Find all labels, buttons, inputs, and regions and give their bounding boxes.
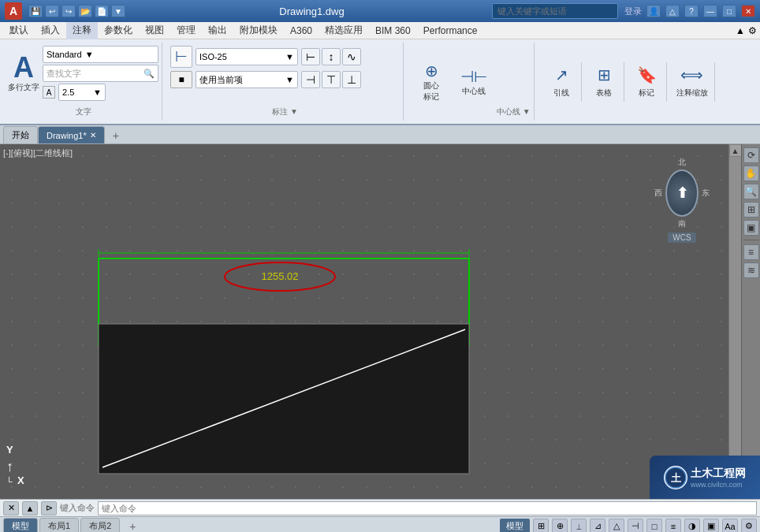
text-search-dropdown[interactable]: 查找文字 🔍 xyxy=(43,65,158,82)
minimize-button[interactable]: — xyxy=(703,5,717,17)
menu-output[interactable]: 输出 xyxy=(202,22,233,39)
user-label[interactable]: 登录 xyxy=(624,6,642,17)
cmd-expand-button[interactable]: ▲ xyxy=(22,501,38,515)
text-style-dropdown[interactable]: Standard ▼ xyxy=(43,46,158,63)
drawing-viewport[interactable]: [-][俯视][二维线框] xyxy=(0,144,728,499)
status-ducs-icon[interactable]: □ xyxy=(646,519,662,533)
centerline-button[interactable]: ⊣⊢ 中心线 xyxy=(454,46,494,117)
cmd-filter-button[interactable]: ⊳ xyxy=(41,501,57,515)
cmd-options: ⊳ xyxy=(41,501,57,515)
save-icon[interactable]: 💾 xyxy=(28,5,43,17)
command-input[interactable] xyxy=(98,501,757,515)
dim-color-dropdown[interactable]: 使用当前项 ▼ xyxy=(196,71,298,88)
vertical-scrollbar[interactable]: ▲ ▼ xyxy=(728,144,741,499)
layer-button[interactable]: ≡ xyxy=(743,244,759,260)
close-button[interactable]: ✕ xyxy=(741,5,755,17)
drawing1-tab[interactable]: Drawing1* ✕ xyxy=(38,126,105,143)
dim-section-label: 标注 ▼ xyxy=(170,103,400,117)
center-mark-icon: ⊕ xyxy=(425,61,438,80)
redo-icon[interactable]: ↪ xyxy=(61,5,76,17)
annotation-button[interactable]: 🔖 标记 xyxy=(628,62,667,102)
open-icon[interactable]: 📂 xyxy=(78,5,92,17)
status-transparency-icon[interactable]: ◑ xyxy=(684,519,700,533)
dropdown-arrow[interactable]: ▼ xyxy=(111,5,125,17)
text-size-dropdown[interactable]: 2.5 ▼ xyxy=(58,84,106,101)
drawing-canvas: 1255.02 xyxy=(0,144,728,499)
properties-button[interactable]: ≋ xyxy=(743,262,759,278)
search-input[interactable] xyxy=(492,3,618,19)
share-icon[interactable]: △ xyxy=(665,5,680,17)
command-line: ✕ ▲ ⊳ 键入命令 xyxy=(0,499,760,516)
status-otrack-icon[interactable]: ⊣ xyxy=(628,519,643,533)
menu-performance[interactable]: Performance xyxy=(417,22,484,39)
status-lineweight-icon[interactable]: ≡ xyxy=(665,519,681,533)
annotation-label: 标记 xyxy=(639,87,654,99)
svg-text:土: 土 xyxy=(671,472,682,484)
scale-label: 注释缩放 xyxy=(676,87,708,99)
dim-icon-6[interactable]: ⊥ xyxy=(342,71,361,88)
user-icon[interactable]: 👤 xyxy=(646,5,661,17)
model-tab[interactable]: 模型 xyxy=(3,518,38,533)
menu-view[interactable]: 视图 xyxy=(139,22,170,39)
add-layout-button[interactable]: + xyxy=(125,519,140,533)
dim-icon-4[interactable]: ⊣ xyxy=(301,71,320,88)
undo-icon[interactable]: ↩ xyxy=(45,5,59,17)
table-button[interactable]: ⊞ 表格 xyxy=(585,62,624,102)
dim-icon-3[interactable]: ∿ xyxy=(342,48,361,65)
compass-south-label: 南 xyxy=(678,218,686,229)
menu-manage[interactable]: 管理 xyxy=(170,22,202,39)
status-workspace-icon[interactable]: ⚙ xyxy=(741,519,757,533)
dim-icon-2[interactable]: ↕ xyxy=(322,48,341,65)
zoom-extent-button[interactable]: ⊞ xyxy=(743,202,759,218)
watermark-logo-icon: 土 xyxy=(664,466,687,489)
new-tab-button[interactable]: + xyxy=(108,128,124,143)
status-selection-icon[interactable]: ▣ xyxy=(703,519,719,533)
zoom-tool-button[interactable]: 🔍 xyxy=(743,184,759,199)
dim-icon-main[interactable]: ⊢ xyxy=(170,46,192,68)
app-icon: A xyxy=(5,2,22,20)
wcs-label: WCS xyxy=(668,233,695,243)
home-tab[interactable]: 开始 xyxy=(3,126,38,143)
scale-icon: ⟺ xyxy=(680,65,703,84)
help-button[interactable]: ? xyxy=(684,5,699,17)
scroll-up-button[interactable]: ▲ xyxy=(729,144,742,157)
zoom-window-button[interactable]: ▣ xyxy=(743,220,759,236)
compass-center: ⬆ xyxy=(676,184,688,202)
customize-ribbon-btn[interactable]: ⚙ xyxy=(748,25,757,36)
menu-parametric[interactable]: 参数化 xyxy=(98,22,139,39)
status-polar-icon[interactable]: ⊿ xyxy=(590,519,605,533)
restore-button[interactable]: □ xyxy=(722,5,736,17)
status-osnap-icon[interactable]: △ xyxy=(609,519,624,533)
multiline-text-label: 多行文字 xyxy=(8,82,39,93)
status-annotate-icon[interactable]: Aa xyxy=(722,519,738,533)
menu-featured[interactable]: 精选应用 xyxy=(319,22,369,39)
center-mark-button[interactable]: ⊕ 圆心标记 xyxy=(412,46,451,117)
compass-circle[interactable]: ⬆ xyxy=(665,169,699,217)
status-ortho-icon[interactable]: ⟂ xyxy=(571,519,587,533)
pan-tool-button[interactable]: ✋ xyxy=(743,166,759,181)
multiline-text-button[interactable]: A 多行文字 xyxy=(8,54,39,93)
menu-annotation[interactable]: 注释 xyxy=(66,22,98,39)
dim-icon-5[interactable]: ⊤ xyxy=(322,71,341,88)
menu-a360[interactable]: A360 xyxy=(284,22,319,39)
y-axis-label: Y xyxy=(6,444,13,456)
centerline-label: 中心线 xyxy=(462,86,486,97)
scale-button[interactable]: ⟺ 注释缩放 xyxy=(670,62,715,102)
status-grid-icon[interactable]: ⊞ xyxy=(533,519,549,533)
ribbon-minimize-btn[interactable]: ▲ xyxy=(736,25,745,36)
dim-color-swatch: ■ xyxy=(170,71,192,88)
leader-button[interactable]: ↗ 引线 xyxy=(542,62,582,102)
menu-insert[interactable]: 插入 xyxy=(35,22,66,39)
menu-bim360[interactable]: BIM 360 xyxy=(369,22,417,39)
layout2-tab[interactable]: 布局2 xyxy=(80,518,120,533)
cmd-close-button[interactable]: ✕ xyxy=(3,501,19,515)
menu-default[interactable]: 默认 xyxy=(3,22,35,39)
drawing1-tab-close[interactable]: ✕ xyxy=(90,131,96,140)
layout1-tab[interactable]: 布局1 xyxy=(39,518,79,533)
menu-addons[interactable]: 附加模块 xyxy=(233,22,284,39)
orbit-tool-button[interactable]: ⟳ xyxy=(743,147,759,163)
status-snap-icon[interactable]: ⊕ xyxy=(552,519,568,533)
new-icon[interactable]: 📄 xyxy=(95,5,109,17)
dim-icon-1[interactable]: ⊢ xyxy=(301,48,320,65)
dim-style-dropdown[interactable]: ISO-25 ▼ xyxy=(196,48,298,65)
